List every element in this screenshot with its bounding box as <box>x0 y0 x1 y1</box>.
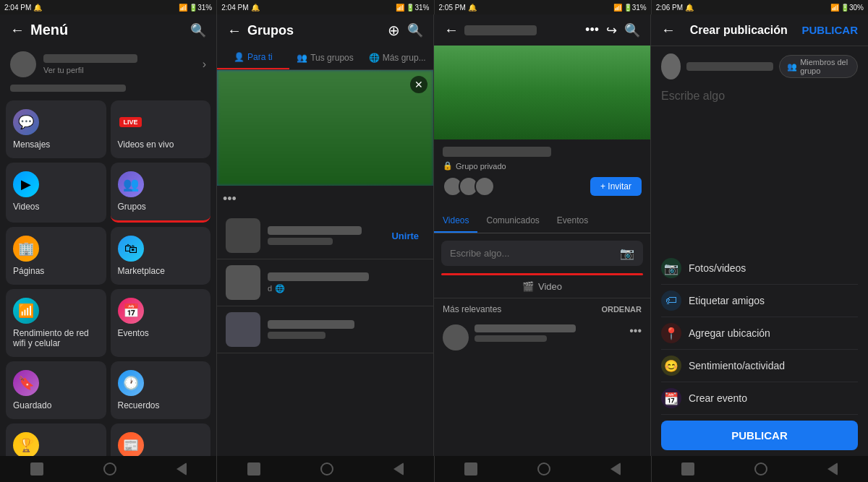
tab-tus-grupos[interactable]: 👥 Tus grupos <box>289 46 362 69</box>
group-dots-menu[interactable]: ••• <box>223 191 237 207</box>
write-post-input[interactable] <box>450 248 614 259</box>
group-info-2: d 🌐 <box>268 272 425 293</box>
menu-item-videos[interactable]: ▶ Videos <box>6 163 106 223</box>
back-nav-1[interactable] <box>176 462 187 475</box>
ordenar-button[interactable]: ORDENAR <box>601 305 642 314</box>
menu-item-feeds[interactable]: 📰 Feeds <box>111 423 211 456</box>
unirse-button-1[interactable]: Unirte <box>386 228 425 244</box>
back-nav-4[interactable] <box>827 462 838 475</box>
tab-videos-detail[interactable]: Videos <box>434 210 477 233</box>
miembros-badge[interactable]: 👥 Miembros del grupo <box>779 55 858 78</box>
messenger-icon: 💬 <box>13 109 39 135</box>
write-post-box: 📷 <box>441 241 643 266</box>
menu-item-videos-en-vivo[interactable]: LIVE Videos en vivo <box>111 100 211 158</box>
action-ubicacion[interactable]: 📍 Agregar ubicación <box>661 317 858 350</box>
etiquetar-icon: 🏷 <box>661 291 681 311</box>
video-option[interactable]: 🎬 Video <box>434 275 650 298</box>
comment-more-icon[interactable]: ••• <box>629 324 642 337</box>
invite-button[interactable]: + Invitar <box>590 177 642 196</box>
tab-para-ti[interactable]: 👤 Para ti <box>217 46 289 69</box>
bottom-nav-2 <box>217 456 434 482</box>
menu-item-juegos[interactable]: 🏆 Juegos de fantasía <box>6 423 106 456</box>
relevance-row: Más relevantes ORDENAR <box>434 298 650 320</box>
circle-nav-2[interactable] <box>320 462 333 475</box>
action-evento[interactable]: 📆 Crear evento <box>661 382 858 415</box>
globe-icon: 🌐 <box>275 284 285 293</box>
miembros-icon: 👥 <box>787 62 797 72</box>
ubicacion-icon: 📍 <box>661 323 681 343</box>
sentimiento-label: Sentimiento/actividad <box>689 360 785 371</box>
video-icon: ▶ <box>13 171 39 197</box>
create-user-name-bar <box>686 62 773 71</box>
grupos-header-icons: ⊕ 🔍 <box>388 22 423 39</box>
profile-link[interactable]: Ver tu perfil <box>43 66 195 74</box>
menu-item-mensajes[interactable]: 💬 Mensajes <box>6 100 106 158</box>
search-icon-menu[interactable]: 🔍 <box>190 22 206 38</box>
create-actions: 📷 Fotos/videos 🏷 Etiquetar amigos 📍 Agre… <box>651 246 868 456</box>
search-icon-detail[interactable]: 🔍 <box>624 22 640 38</box>
friends-bar <box>10 85 126 92</box>
more-options-icon[interactable]: ••• <box>585 22 599 38</box>
menu-item-recuerdos[interactable]: 🕐 Recuerdos <box>111 361 211 419</box>
member-avatar-3 <box>475 176 495 197</box>
member-avatars <box>443 176 495 197</box>
action-sentimiento[interactable]: 😊 Sentimiento/actividad <box>661 350 858 382</box>
circle-nav-1[interactable] <box>103 462 116 475</box>
back-arrow-detail[interactable]: ← <box>444 22 459 38</box>
group-list-item-1[interactable]: Unirte <box>217 212 433 259</box>
group-list-item-3[interactable] <box>217 306 433 353</box>
square-nav-3[interactable] <box>464 462 477 475</box>
action-fotos-videos[interactable]: 📷 Fotos/videos <box>661 252 858 285</box>
publicar-large-button[interactable]: PUBLICAR <box>661 421 858 450</box>
grupos-panel: ← Grupos ⊕ 🔍 👤 Para ti 👥 Tus grupos 🌐 Má… <box>217 14 434 456</box>
tab-eventos-detail[interactable]: Eventos <box>548 210 597 233</box>
evento-label: Crear evento <box>689 392 747 404</box>
share-icon[interactable]: ↪ <box>606 22 617 38</box>
tab-comunicados[interactable]: Comunicados <box>477 210 548 233</box>
action-etiquetar[interactable]: 🏷 Etiquetar amigos <box>661 285 858 317</box>
create-header: ← Crear publicación PUBLICAR <box>651 14 868 46</box>
eventos-icon: 📅 <box>118 298 144 324</box>
menu-item-guardado[interactable]: 🔖 Guardado <box>6 361 106 419</box>
back-nav-3[interactable] <box>610 462 621 475</box>
menu-item-marketplace[interactable]: 🛍 Marketplace <box>111 227 211 285</box>
back-arrow-grupos[interactable]: ← <box>227 22 242 39</box>
create-user-info <box>686 62 773 71</box>
square-nav-1[interactable] <box>30 462 43 475</box>
circle-nav-3[interactable] <box>537 462 550 475</box>
menu-item-eventos[interactable]: 📅 Eventos <box>111 289 211 357</box>
group-banner <box>434 46 650 139</box>
group-list-item-2[interactable]: d 🌐 <box>217 259 433 306</box>
group-thumbnail-2 <box>226 265 260 300</box>
close-icon[interactable]: ✕ <box>410 76 427 93</box>
group-detail-info: 🔒 Grupo privado + Invitar <box>434 139 650 210</box>
menu-label-rendimiento: Rendimiento de red wifi y celular <box>13 328 99 348</box>
profile-name-bar <box>43 54 137 63</box>
square-nav-2[interactable] <box>247 462 260 475</box>
profile-section[interactable]: Ver tu perfil › <box>0 46 216 82</box>
circle-nav-4[interactable] <box>754 462 767 475</box>
add-icon-grupos[interactable]: ⊕ <box>388 22 400 39</box>
search-icon-grupos[interactable]: 🔍 <box>407 22 423 38</box>
group-info-1 <box>268 226 378 245</box>
back-arrow-menu[interactable]: ← <box>10 22 25 38</box>
group-info-3 <box>268 320 425 339</box>
back-arrow-create[interactable]: ← <box>661 22 676 38</box>
lock-icon: 🔒 <box>443 161 453 171</box>
grupos-tabs: 👤 Para ti 👥 Tus grupos 🌐 Más grup... <box>217 46 433 70</box>
menu-item-paginas[interactable]: 🏢 Páginas <box>6 227 106 285</box>
menu-item-rendimiento[interactable]: 📶 Rendimiento de red wifi y celular <box>6 289 106 357</box>
ubicacion-label: Agregar ubicación <box>689 327 770 339</box>
menu-label-videos-en-vivo: Videos en vivo <box>118 139 174 150</box>
tab-mas-grupos[interactable]: 🌐 Más grup... <box>361 46 433 69</box>
camera-icon[interactable]: 📷 <box>620 246 634 260</box>
escribe-algo-placeholder[interactable]: Escribe algo <box>651 82 868 110</box>
chevron-right-icon: › <box>203 58 206 71</box>
square-nav-4[interactable] <box>681 462 694 475</box>
group-name-1 <box>268 226 378 245</box>
back-nav-2[interactable] <box>393 462 404 475</box>
fotos-videos-icon: 📷 <box>661 258 681 278</box>
menu-item-grupos[interactable]: 👥 Grupos <box>111 163 211 223</box>
grupos-content: ✕ ••• Unirte <box>217 70 433 456</box>
publicar-top-button[interactable]: PUBLICAR <box>802 24 859 36</box>
